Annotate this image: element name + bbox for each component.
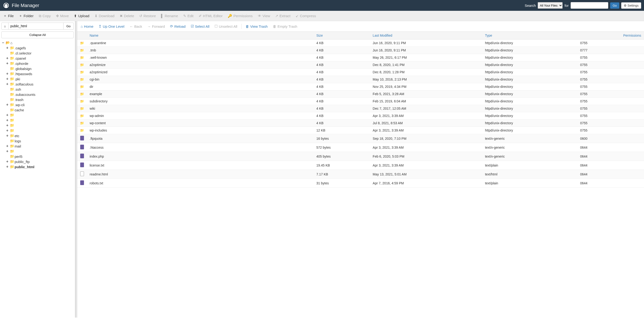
nav-up-button[interactable]: ↥Up One Level bbox=[96, 23, 126, 30]
tree-node[interactable]: 📁.cl.selector bbox=[6, 50, 74, 56]
upload-button[interactable]: ⬆Upload bbox=[72, 12, 92, 19]
tree-node[interactable]: +📁 bbox=[6, 113, 74, 118]
expand-icon[interactable]: + bbox=[6, 149, 9, 153]
new-folder-button[interactable]: ＋Folder bbox=[16, 12, 36, 19]
file-row[interactable]: 📁example4 KBFeb 5, 2021, 3:28 AMhttpd/un… bbox=[77, 90, 644, 98]
tree-node[interactable]: +📁etc bbox=[6, 133, 74, 138]
extract-button[interactable]: ↗Extract bbox=[273, 12, 293, 19]
compress-button[interactable]: ↙Compress bbox=[293, 12, 318, 19]
expand-icon[interactable]: + bbox=[6, 165, 9, 169]
col-name[interactable]: Name bbox=[87, 32, 314, 39]
download-button[interactable]: ⬇Download bbox=[92, 12, 117, 19]
file-row[interactable]: 📁wp-admin4 KBApr 3, 2021, 3:39 AMhttpd/u… bbox=[77, 112, 644, 120]
tree-node[interactable]: +📁public_html bbox=[6, 164, 74, 169]
nav-empty-trash-button[interactable]: 🗑Empty Trash bbox=[271, 23, 300, 30]
tree-node[interactable]: +📁.cagefs bbox=[6, 45, 74, 50]
tree-node[interactable]: +📁.cphorde bbox=[6, 61, 74, 66]
file-row[interactable]: 📁wp-content4 KBJul 8, 2021, 8:53 AMhttpd… bbox=[77, 120, 644, 127]
col-type[interactable]: Type bbox=[482, 32, 578, 39]
search-go-button[interactable]: Go bbox=[610, 2, 619, 9]
permissions-button[interactable]: 🔑Permissions bbox=[225, 12, 255, 19]
new-file-button[interactable]: ＋File bbox=[1, 12, 16, 19]
file-row[interactable]: .ftpquota16 bytesSep 18, 2020, 7:10 PMte… bbox=[77, 134, 644, 143]
expand-icon[interactable]: + bbox=[6, 134, 9, 138]
tree-node[interactable]: +📁 bbox=[6, 149, 74, 154]
expand-icon[interactable]: + bbox=[6, 113, 9, 117]
file-row[interactable]: readme.html7.17 KBMay 13, 2021, 5:01 AMt… bbox=[77, 170, 644, 179]
expand-icon[interactable]: + bbox=[6, 82, 9, 86]
expand-icon[interactable]: + bbox=[6, 72, 9, 76]
expand-icon[interactable]: + bbox=[6, 118, 9, 122]
expand-icon[interactable]: + bbox=[6, 56, 9, 60]
expand-icon[interactable]: + bbox=[6, 159, 9, 164]
path-input[interactable] bbox=[8, 22, 64, 30]
tree-root[interactable]: − 📂 ⌂ bbox=[2, 40, 74, 45]
file-row[interactable]: 📁subdirectory4 KBFeb 15, 2019, 6:04 AMht… bbox=[77, 98, 644, 105]
nav-home-button[interactable]: ⌂Home bbox=[78, 23, 96, 30]
file-row[interactable]: 📁a2optimize4 KBDec 8, 2020, 1:41 PMhttpd… bbox=[77, 61, 644, 69]
tree-node[interactable]: +📁 bbox=[6, 128, 74, 133]
settings-button[interactable]: ⚙ Settings bbox=[621, 2, 641, 9]
move-button[interactable]: ✥Move bbox=[54, 12, 71, 19]
expand-icon[interactable]: + bbox=[6, 61, 9, 66]
nav-select-all-button[interactable]: ☑Select All bbox=[189, 23, 212, 30]
expand-icon[interactable]: + bbox=[6, 103, 9, 107]
file-row[interactable]: robots.txt31 bytesApr 7, 2016, 4:59 PMte… bbox=[77, 179, 644, 188]
file-row[interactable]: .htaccess572 bytesApr 3, 2021, 3:39 AMte… bbox=[77, 143, 644, 152]
tree-node[interactable]: +📁.cpanel bbox=[6, 56, 74, 61]
tree-node[interactable]: 📁logs bbox=[6, 138, 74, 144]
expand-icon[interactable]: + bbox=[6, 77, 9, 81]
nav-reload-button[interactable]: ⟳Reload bbox=[168, 23, 188, 30]
tree-node[interactable]: +📁 bbox=[6, 123, 74, 128]
file-row[interactable]: 📁a2optimized4 KBDec 8, 2020, 1:28 PMhttp… bbox=[77, 69, 644, 76]
tree-node[interactable]: 📁.globalsign bbox=[6, 66, 74, 71]
tree-node[interactable]: 📁cache bbox=[6, 107, 74, 113]
expand-icon[interactable]: + bbox=[6, 123, 9, 128]
col-size[interactable]: Size bbox=[314, 32, 370, 39]
search-input[interactable] bbox=[570, 2, 608, 9]
tree-node[interactable]: 📁.subaccounts bbox=[6, 92, 74, 97]
tree-node[interactable]: 📁perl5 bbox=[6, 154, 74, 159]
html-editor-button[interactable]: ✐HTML Editor bbox=[196, 12, 225, 19]
file-row[interactable]: 📁.tmb4 KBJun 16, 2020, 9:11 PMhttpd/unix… bbox=[77, 47, 644, 54]
file-row[interactable]: 📁cgi-bin4 KBMay 10, 2016, 2:13 PMhttpd/u… bbox=[77, 76, 644, 83]
nav-view-trash-button[interactable]: 🗑View Trash bbox=[244, 23, 270, 30]
delete-button[interactable]: ✖Delete bbox=[117, 12, 136, 19]
col-modified[interactable]: Last Modified bbox=[370, 32, 482, 39]
file-row[interactable]: index.php405 bytesFeb 6, 2020, 5:03 PMte… bbox=[77, 152, 644, 161]
expand-icon[interactable]: + bbox=[6, 144, 9, 148]
splitter[interactable] bbox=[75, 21, 77, 318]
tree-node[interactable]: 📁.trash bbox=[6, 97, 74, 102]
restore-button[interactable]: ↺Restore bbox=[137, 12, 158, 19]
search-scope-select[interactable]: All Your Files bbox=[538, 2, 562, 9]
col-permissions[interactable]: Permissions bbox=[577, 32, 644, 39]
home-path-button[interactable]: ⌂ bbox=[2, 22, 8, 30]
tree-node[interactable]: +📁.pki bbox=[6, 76, 74, 81]
rename-button[interactable]: ▌Rename bbox=[159, 12, 180, 19]
nav-back-button[interactable]: ←Back bbox=[128, 23, 144, 30]
nav-forward-button[interactable]: →Forward bbox=[145, 23, 167, 30]
nav-unselect-all-button[interactable]: ☐Unselect All bbox=[212, 23, 239, 30]
expand-icon[interactable]: + bbox=[6, 46, 9, 50]
file-row[interactable]: 📁.well-known4 KBMay 26, 2021, 6:17 PMhtt… bbox=[77, 54, 644, 61]
view-button[interactable]: 👁View bbox=[256, 12, 272, 19]
tree-node[interactable]: 📁.ssh bbox=[6, 87, 74, 92]
tree-node[interactable]: +📁.softaculous bbox=[6, 81, 74, 87]
tree-node[interactable]: +📁public_ftp bbox=[6, 159, 74, 164]
file-row[interactable]: license.txt19.45 KBApr 3, 2021, 3:39 AMt… bbox=[77, 161, 644, 170]
path-go-button[interactable]: Go bbox=[64, 22, 74, 30]
file-row[interactable]: 📁dir4 KBNov 25, 2019, 4:34 PMhttpd/unix-… bbox=[77, 83, 644, 90]
tree-node[interactable]: +📁.wp-cli bbox=[6, 102, 74, 107]
copy-button[interactable]: ⧉Copy bbox=[36, 12, 53, 19]
collapse-icon[interactable]: − bbox=[2, 41, 5, 45]
tree-node[interactable]: +📁 bbox=[6, 118, 74, 123]
tree-node[interactable]: +📁mail bbox=[6, 144, 74, 149]
file-row[interactable]: 📁wiki4 KBDec 7, 2017, 12:05 AMhttpd/unix… bbox=[77, 105, 644, 112]
edit-button[interactable]: ✎Edit bbox=[181, 12, 196, 19]
col-icon[interactable] bbox=[77, 32, 87, 39]
file-row[interactable]: 📁wp-includes12 KBApr 3, 2021, 3:39 AMhtt… bbox=[77, 127, 644, 134]
tree-node[interactable]: +📁.htpasswds bbox=[6, 71, 74, 76]
expand-icon[interactable]: + bbox=[6, 129, 9, 133]
file-row[interactable]: 📁.quarantine4 KBJun 16, 2020, 9:11 PMhtt… bbox=[77, 39, 644, 47]
collapse-all-button[interactable]: Collapse All bbox=[2, 31, 74, 38]
